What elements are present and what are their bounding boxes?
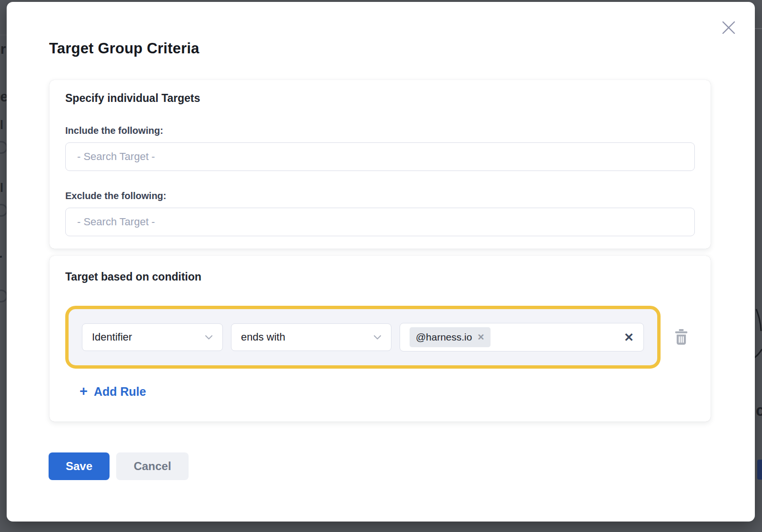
- exclude-target-search-input[interactable]: [65, 208, 695, 236]
- backdrop-text-fragment: r: [0, 251, 2, 267]
- backdrop-text-fragment: c: [756, 402, 762, 418]
- delete-rule-button[interactable]: [674, 329, 688, 345]
- chevron-down-icon: [205, 335, 213, 340]
- operator-select-value: ends with: [241, 331, 285, 343]
- backdrop-text-fragment: er: [0, 42, 6, 56]
- add-rule-label: Add Rule: [94, 385, 146, 399]
- dialog-title: Target Group Criteria: [49, 40, 199, 57]
- individual-targets-card: Specify individual Targets Include the f…: [50, 80, 711, 249]
- target-group-criteria-dialog: Target Group Criteria Specify individual…: [7, 2, 755, 522]
- close-button[interactable]: [719, 18, 738, 37]
- dialog-footer: Save Cancel: [49, 452, 189, 480]
- attribute-select[interactable]: Identifier: [82, 323, 223, 351]
- include-target-search-input[interactable]: [65, 142, 695, 171]
- backdrop-button-fragment: [757, 460, 762, 480]
- clear-values-button[interactable]: ✕: [624, 331, 634, 343]
- individual-targets-heading: Specify individual Targets: [65, 91, 695, 105]
- backdrop-divider-fragment: [0, 35, 7, 35]
- condition-card: Target based on condition Identifier end…: [50, 256, 711, 422]
- values-input[interactable]: @harness.io ✕ ✕: [400, 323, 644, 351]
- backdrop-sketch-fragment: [754, 293, 762, 364]
- backdrop-text-fragment: cl: [0, 119, 3, 131]
- trash-icon: [674, 329, 688, 345]
- value-chip: @harness.io ✕: [410, 327, 491, 347]
- close-icon: [721, 20, 737, 36]
- save-button[interactable]: Save: [49, 452, 110, 480]
- condition-heading: Target based on condition: [65, 270, 695, 283]
- exclude-label: Exclude the following:: [65, 190, 695, 201]
- chevron-down-icon: [373, 335, 381, 340]
- attribute-select-value: Identifier: [92, 331, 132, 343]
- screen: er pe cl cl r c Target Group Criteria Sp…: [0, 0, 762, 532]
- rule-row: Identifier ends with @harness.io: [65, 306, 695, 369]
- cancel-button[interactable]: Cancel: [116, 452, 189, 480]
- rule-highlight-box: Identifier ends with @harness.io: [65, 306, 661, 369]
- operator-select[interactable]: ends with: [231, 323, 391, 351]
- add-rule-button[interactable]: + Add Rule: [80, 385, 146, 399]
- backdrop-divider-fragment: [755, 28, 762, 29]
- plus-icon: +: [80, 384, 88, 398]
- remove-value-icon[interactable]: ✕: [477, 333, 484, 341]
- include-label: Include the following:: [65, 125, 695, 136]
- value-chip-label: @harness.io: [416, 331, 472, 343]
- backdrop-text-fragment: cl: [0, 182, 3, 194]
